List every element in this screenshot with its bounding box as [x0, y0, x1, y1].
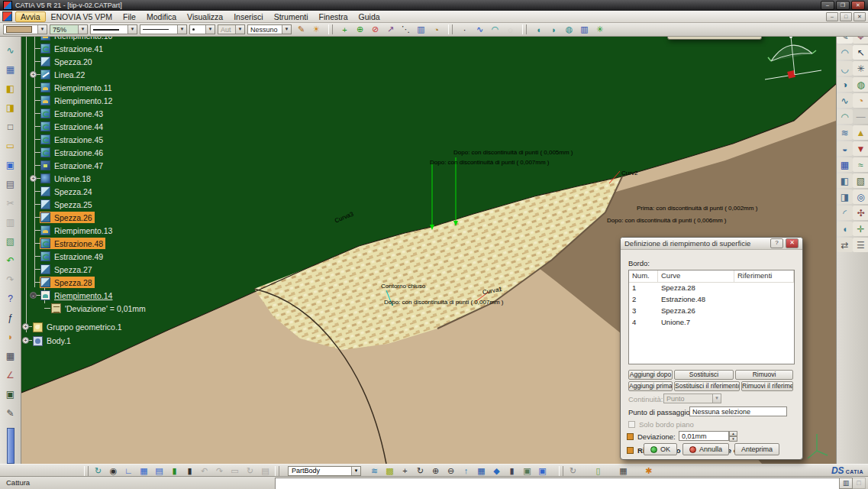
point-style-combo[interactable]: ▼ [189, 24, 215, 34]
tree-expander[interactable]: + [22, 323, 29, 330]
layers-icon[interactable]: ▤ [258, 465, 273, 478]
wizard-icon[interactable]: ☀ [309, 23, 324, 37]
line-type-combo[interactable]: ▼ [90, 24, 137, 34]
render-camera-icon[interactable]: ▣ [2, 387, 18, 401]
cancel-button[interactable]: Annulla [682, 443, 729, 455]
deviation-spinner[interactable]: ▲▼ [729, 431, 737, 441]
minimize-button[interactable]: – [821, 1, 834, 10]
anchor-icon[interactable]: ✣ [853, 206, 868, 220]
copy-icon[interactable]: ▥ [2, 215, 18, 229]
tree-item[interactable]: + Gruppo geometrico.1 [21, 320, 212, 334]
help-pointer-icon[interactable]: ? [2, 291, 18, 306]
layer-combo[interactable]: Nessuno▼ [247, 24, 292, 34]
tree-item[interactable]: Riempimento.12 [21, 94, 212, 107]
update-icon[interactable]: ↻ [91, 465, 105, 478]
add-after-button[interactable]: Aggiungi dopo [628, 370, 673, 380]
shading-edges-icon[interactable]: ▣ [520, 465, 534, 478]
extract-icon[interactable]: ◖ [837, 222, 853, 236]
transform-icon[interactable]: ⇄ [837, 238, 853, 252]
shading-icon[interactable]: ▮ [505, 465, 519, 478]
toolbar-grip[interactable] [275, 466, 279, 476]
cylinder-green-icon[interactable]: ▮ [167, 465, 182, 478]
toolbar-overflow-scrollbar[interactable] [7, 428, 15, 464]
tree-expander[interactable]: + [30, 71, 37, 78]
cylinder-dark-icon[interactable]: ▮ [182, 465, 197, 478]
surface-patch-icon[interactable]: ◠ [488, 23, 502, 37]
tree-item[interactable]: Estrazione.47 [21, 159, 212, 172]
catalog-browser-icon[interactable]: ◖ [531, 23, 546, 37]
table-row[interactable]: 4 Unione.7 [629, 317, 794, 329]
globe-render-icon[interactable]: ◍ [853, 77, 868, 92]
rotate-view-icon[interactable]: ↻ [413, 465, 428, 478]
pan-icon[interactable]: + [398, 465, 412, 478]
extrude-icon[interactable]: ◠ [837, 45, 853, 60]
snap-center-icon[interactable]: ⊕ [353, 23, 367, 37]
paint-properties-icon[interactable]: ✎ [294, 23, 308, 37]
tree-expander[interactable]: + [30, 175, 37, 182]
rotate-disabled-icon[interactable]: ↻ [243, 465, 257, 478]
deviation-checkbox[interactable] [627, 433, 634, 440]
replace-button[interactable]: Sostituisci [674, 370, 734, 380]
select-arrow-icon[interactable]: ↖ [853, 45, 868, 60]
barcode-icon[interactable]: ▥ [577, 23, 592, 37]
spline-icon[interactable]: ∿ [473, 23, 487, 37]
trim-icon[interactable]: ◨ [837, 189, 853, 204]
tree-item[interactable]: Estrazione.44 [21, 120, 212, 133]
table-row[interactable]: 1 Spezza.28 [629, 283, 794, 294]
formula-icon[interactable]: ƒ [2, 310, 18, 325]
mass-properties-icon[interactable]: ◔ [429, 23, 444, 37]
translate-icon[interactable]: + [337, 23, 352, 37]
tree-expander[interactable]: - [30, 292, 37, 299]
planar-only-checkbox[interactable] [628, 421, 635, 428]
tree-item[interactable]: Spezza.20 [21, 55, 212, 68]
print-icon[interactable]: ▤ [2, 176, 18, 191]
grid-icon[interactable]: ▦ [2, 62, 18, 76]
render-style-combo[interactable]: Aut▼ [218, 24, 245, 34]
split-icon[interactable]: ◧ [837, 173, 853, 188]
menu-item[interactable]: File [118, 11, 141, 22]
snap-points-icon[interactable]: ✳ [853, 61, 868, 76]
comment-icon[interactable]: ◗ [2, 329, 18, 344]
sparkle-person-icon[interactable]: ✳ [592, 23, 607, 37]
ok-button[interactable]: OK [644, 443, 677, 455]
quick-view-icon[interactable]: ▦ [474, 465, 489, 478]
table-row[interactable]: 2 Estrazione.48 [629, 294, 794, 306]
undo-icon[interactable]: ↶ [2, 253, 18, 267]
preview-button[interactable]: Anteprima [734, 443, 779, 455]
lock-button[interactable]: □ [852, 478, 866, 489]
doc-restore-button[interactable]: □ [840, 12, 852, 21]
loft-icon[interactable]: ≋ [837, 125, 853, 140]
battery-icon[interactable]: ▯ [591, 465, 605, 478]
menu-item[interactable]: Guida [353, 11, 386, 22]
restore-button[interactable]: ❐ [836, 1, 850, 10]
tree-item[interactable]: Spezza.24 [21, 185, 212, 198]
offset-surface-icon[interactable]: ◑ [837, 77, 853, 92]
annotation-icon[interactable]: ▼ [853, 141, 868, 156]
tree-expander[interactable]: + [22, 337, 29, 344]
open-folder-icon[interactable]: ▭ [2, 138, 18, 153]
menu-item[interactable]: Visualizza [182, 11, 228, 22]
tree-item[interactable]: Spezza.26 [21, 211, 212, 224]
table-row[interactable]: 3 Spezza.26 [629, 306, 794, 317]
tree-item[interactable]: Estrazione.45 [21, 133, 212, 146]
blend-icon[interactable]: ◒ [837, 141, 853, 156]
menu-item[interactable]: Avvia [15, 11, 46, 22]
menu-item[interactable]: Finestra [314, 11, 353, 22]
image-capture-icon[interactable]: ▧ [853, 173, 868, 188]
menu-item[interactable]: Inserisci [228, 11, 269, 22]
toolbar-grip[interactable] [84, 466, 89, 476]
undo-view-icon[interactable]: ↶ [197, 465, 211, 478]
power-input-field[interactable] [275, 478, 841, 489]
toolbar-grip[interactable] [448, 24, 453, 34]
menu-item[interactable]: Strumenti [269, 11, 314, 22]
redo-view-icon[interactable]: ↷ [212, 465, 227, 478]
sketch-pencil-icon[interactable]: ✎ [2, 406, 18, 420]
axis-system-icon[interactable]: ◉ [106, 465, 121, 478]
tree-item[interactable]: Riempimento.13 [21, 224, 212, 237]
measure-between-icon[interactable]: ⋱ [399, 23, 413, 37]
globe2-icon[interactable]: ◎ [853, 189, 868, 204]
tree-item[interactable]: + Body.1 [21, 334, 212, 348]
paste-icon[interactable]: ▧ [2, 234, 18, 248]
tree-expand-icon[interactable]: ▦ [137, 465, 151, 478]
add-before-button[interactable]: Aggiungi prima [628, 381, 673, 391]
